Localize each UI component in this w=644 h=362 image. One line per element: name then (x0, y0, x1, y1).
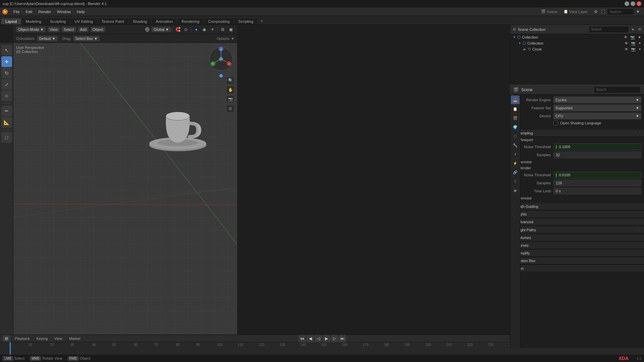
add-menu[interactable]: Add (78, 27, 89, 32)
filter-icon-btn[interactable]: ▼ (635, 8, 641, 15)
viewport-subsection[interactable]: ▼ Viewport (510, 137, 644, 143)
data-icon-btn[interactable]: ▽ (511, 177, 520, 186)
jump-end-btn[interactable]: ⏭ (339, 335, 346, 342)
next-frame-btn[interactable]: ▷ (331, 335, 338, 342)
search-global-btn[interactable]: Search (607, 8, 634, 15)
render-subsection[interactable]: ▼ Render (510, 165, 644, 171)
add-cube-tool[interactable]: □ (1, 132, 12, 143)
minimize-button[interactable]: ─ (625, 1, 629, 6)
denoise1-section[interactable]: ▶ Denoise (510, 159, 644, 165)
world-icon-btn[interactable]: 🌍 (511, 123, 520, 131)
maximize-button[interactable]: □ (631, 1, 635, 6)
scale-tool[interactable]: ⤢ (1, 79, 12, 90)
add-workspace-button[interactable]: + (258, 18, 266, 24)
render-noise-value[interactable]: ▌ 0.0100 (553, 172, 641, 178)
3d-viewport[interactable]: User Perspective (0) Collection Z X Y (13, 43, 237, 341)
tab-rendering[interactable]: Rendering (177, 18, 203, 24)
outliner-filter-btn[interactable]: ▼ (631, 27, 635, 32)
drag-dropdown[interactable]: Select Box ▼ (73, 36, 100, 41)
overlay-icon[interactable]: ⊞ (219, 26, 226, 33)
motion-blur-section[interactable]: ▶ Motion Blur (510, 257, 644, 264)
timeline-marker-menu[interactable]: Marker (67, 336, 83, 341)
zoom-in-btn[interactable]: 🔍 (226, 76, 234, 84)
properties-content[interactable]: Render Engine Cycles ▼ Feature Set Suppo… (510, 95, 644, 348)
sampling-menu-icon[interactable]: ⋮⋮ (634, 131, 641, 135)
device-dropdown[interactable]: CPU ▼ (553, 113, 641, 119)
filter-icon[interactable]: ▼ (638, 35, 641, 39)
transform-tool[interactable]: ⊹ (1, 90, 12, 101)
select-menu[interactable]: Select (62, 27, 76, 32)
object-icon-btn[interactable]: ⬡ (511, 132, 520, 140)
options-btn[interactable]: Options ▼ (217, 37, 234, 41)
output-props-icon[interactable]: 📤 (511, 96, 520, 104)
timeline-playback-menu[interactable]: Playback (13, 336, 32, 341)
proportional-edit-icon[interactable]: ⊙ (182, 26, 190, 33)
outliner-circle-item[interactable]: ▶ ▽ Circle 👁 📷 ▼ (510, 46, 644, 52)
material-icon-btn[interactable]: ◉ (511, 186, 520, 195)
outliner-collection-item[interactable]: ▼ ⬡ Collection 👁 📷 ▼ (510, 40, 644, 46)
circle-filter-icon[interactable]: ▼ (638, 48, 641, 51)
menu-help[interactable]: Help (74, 9, 88, 14)
menu-window[interactable]: Window (54, 9, 73, 14)
orientation-dropdown[interactable]: Default ▼ (37, 36, 58, 41)
tab-layout[interactable]: Layout (1, 18, 21, 24)
render-camera-icon[interactable]: 📷 (630, 35, 635, 40)
physics-icon-btn[interactable]: ⚡ (511, 159, 520, 168)
view-layer-icon-btn[interactable]: 📋 (511, 105, 520, 113)
close-button[interactable]: ✕ (637, 1, 641, 6)
collection-filter-icon[interactable]: ▼ (638, 42, 641, 45)
camera-view-btn[interactable]: 📷 (226, 95, 234, 103)
render-engine-dropdown[interactable]: Cycles ▼ (553, 97, 641, 103)
scene-icon-btn[interactable]: 🎬 (511, 114, 520, 122)
object-mode-dropdown[interactable]: Object Mode ▼ (16, 27, 46, 32)
menu-file[interactable]: File (11, 9, 22, 14)
circle-render-icon[interactable]: 📷 (631, 47, 636, 52)
advanced-section[interactable]: ▶ Advanced (510, 219, 644, 226)
tab-texture-paint[interactable]: Texture Paint (98, 18, 128, 24)
snap-icon[interactable]: 🧲 (174, 26, 181, 33)
viewport-shading-material[interactable]: ◉ (201, 26, 208, 33)
prev-frame-btn[interactable]: ◀ (307, 335, 314, 342)
viewport-shading-solid[interactable]: ● (193, 26, 200, 33)
measure-tool[interactable]: 📐 (1, 117, 12, 128)
tab-compositing[interactable]: Compositing (204, 18, 233, 24)
tab-scripting[interactable]: Scripting (234, 18, 257, 24)
volumes-section[interactable]: ▶ Volumes (510, 234, 644, 241)
tab-sculpting[interactable]: Sculpting (46, 18, 70, 24)
tab-animation[interactable]: Animation (152, 18, 177, 24)
gizmo-view-dot[interactable] (219, 74, 223, 77)
play-reverse-btn[interactable]: ◁ (315, 335, 322, 342)
render-samples-value[interactable]: 128 (553, 180, 641, 186)
vp-noise-value[interactable]: ▌ 0.1000 (553, 143, 641, 150)
tab-uv-editing[interactable]: UV Editing (71, 18, 97, 24)
properties-search[interactable]: Search (594, 86, 641, 93)
grid-view-btn[interactable]: ⊞ (226, 105, 234, 113)
transform-orientation-dropdown[interactable]: Global ▼ (152, 27, 171, 32)
outliner-options-btn[interactable]: ⚙ (638, 27, 641, 32)
cup-object[interactable] (141, 90, 215, 158)
global-transform-icon[interactable] (144, 26, 151, 33)
feature-set-dropdown[interactable]: Supported ▼ (553, 105, 641, 111)
object-menu[interactable]: Object (91, 27, 105, 32)
viewport-gizmo[interactable]: Z X Y (208, 46, 234, 72)
timeline-view-menu[interactable]: View (52, 336, 64, 341)
path-guiding-section[interactable]: ▶ Path Guiding (510, 203, 644, 210)
collection-render-icon[interactable]: 📷 (631, 41, 636, 46)
timeline-icon-btn[interactable]: ▤ (3, 335, 10, 342)
vp-samples-value[interactable]: 32 (553, 152, 641, 158)
rotate-tool[interactable]: ↻ (1, 68, 12, 78)
xray-icon[interactable]: ▣ (227, 26, 234, 33)
timeline-keying-menu[interactable]: Keying (35, 336, 50, 341)
cursor-tool[interactable]: ↖ (1, 45, 12, 56)
menu-edit[interactable]: Edit (23, 9, 35, 14)
annotate-tool[interactable]: ✏ (1, 106, 12, 116)
lights-section[interactable]: ▶ Lights (510, 211, 644, 218)
editor-icon-btn[interactable]: ⚙ (592, 8, 599, 15)
simplify-section[interactable]: ▶ Simplify (510, 250, 644, 257)
light-paths-section[interactable]: ▼ Light Paths ⋮⋮ (510, 226, 644, 234)
tab-modeling[interactable]: Modeling (22, 18, 46, 24)
menu-render[interactable]: Render (36, 9, 54, 14)
collection-eye-icon[interactable]: 👁 (625, 41, 628, 45)
osl-checkbox[interactable] (553, 121, 558, 125)
hand-pan-btn[interactable]: ✋ (226, 86, 234, 94)
